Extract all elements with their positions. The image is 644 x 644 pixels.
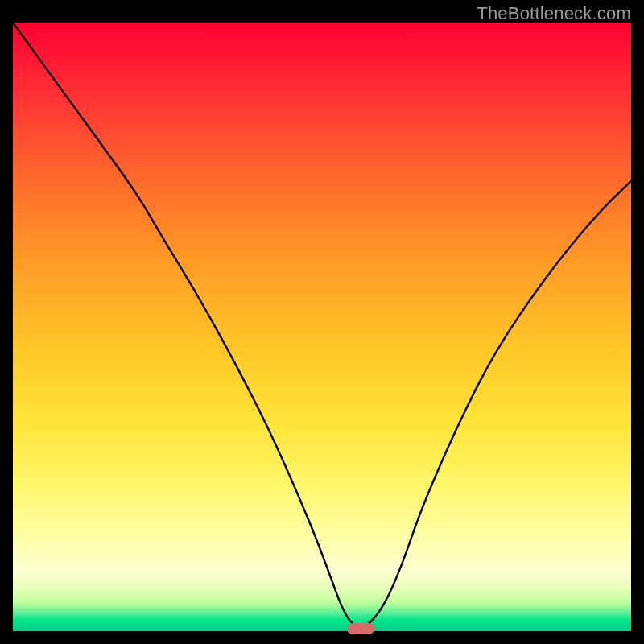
plot-area bbox=[13, 23, 631, 631]
chart-frame: TheBottleneck.com bbox=[0, 0, 644, 644]
bottleneck-curve bbox=[13, 23, 631, 631]
optimum-marker bbox=[347, 623, 374, 634]
curve-path bbox=[13, 23, 631, 628]
watermark-text: TheBottleneck.com bbox=[477, 3, 631, 24]
